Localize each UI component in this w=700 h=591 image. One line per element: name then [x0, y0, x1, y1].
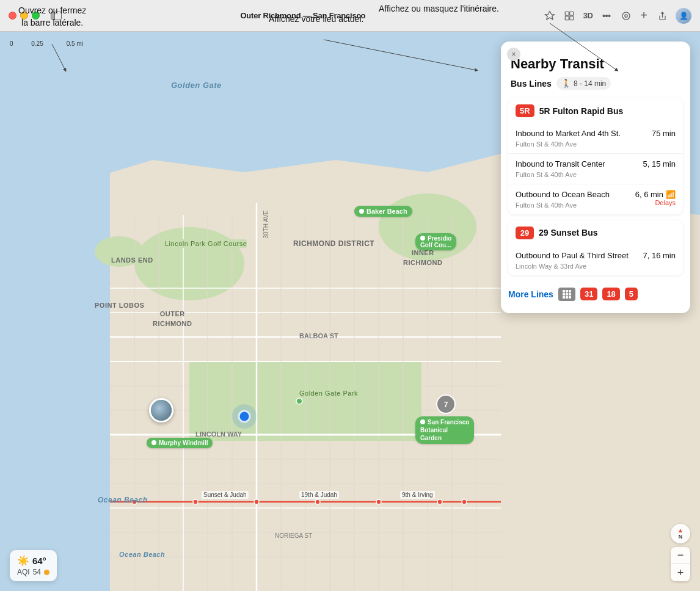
- svg-point-54: [254, 499, 259, 504]
- more-lines-label[interactable]: More Lines: [508, 289, 553, 299]
- stop-5r-2-time: 5, 15 min: [638, 159, 676, 169]
- route-5r-badge: 5R: [516, 104, 534, 117]
- maximize-button[interactable]: [32, 12, 40, 20]
- svg-rect-65: [566, 290, 568, 292]
- stop-5r-2-location: Fulton St & 40th Ave: [516, 171, 638, 178]
- svg-point-59: [239, 411, 250, 422]
- label-30th-ave: 30TH AVE: [263, 211, 269, 239]
- svg-point-61: [296, 398, 302, 404]
- label-lincoln-park: Lincoln Park Golf Course: [165, 239, 247, 248]
- svg-point-57: [437, 499, 442, 504]
- label-richmond-district: RICHMOND DISTRICT: [293, 239, 374, 248]
- route-5r-header: 5R 5R Fulton Rapid Bus: [508, 98, 683, 123]
- route-29-section[interactable]: 29 29 Sunset Bus Outbound to Paul & Thir…: [508, 220, 683, 275]
- svg-point-53: [193, 499, 198, 504]
- transit-panel: × Nearby Transit Bus Lines 🚶 8 - 14 min …: [501, 42, 690, 313]
- route-29-name: 29 Sunset Bus: [539, 228, 597, 237]
- aqi-dot: [44, 570, 49, 575]
- label-19th-judah: 19th & Judah: [299, 491, 339, 499]
- stop-29-1-info: Outbound to Paul & Third Street Lincoln …: [516, 251, 638, 270]
- minimize-button[interactable]: [20, 12, 28, 20]
- stop-5r-3-direction: Outbound to Ocean Beach: [516, 190, 635, 200]
- svg-point-11: [625, 14, 628, 17]
- close-button[interactable]: [9, 12, 16, 20]
- zoom-controls: − +: [671, 547, 690, 581]
- route-5r-name: 5R Fulton Rapid Bus: [539, 106, 624, 116]
- stop-5r-3-location: Fulton St & 40th Ave: [516, 201, 635, 209]
- label-balboa: BALBOA ST: [299, 332, 338, 339]
- sun-icon: ☀️: [17, 555, 29, 567]
- svg-rect-72: [569, 296, 571, 299]
- window-title: Outer Richmond — San Francisco: [68, 11, 538, 20]
- more-line-5[interactable]: 5: [625, 288, 638, 300]
- panel-header: Nearby Transit Bus Lines 🚶 8 - 14 min: [501, 46, 690, 98]
- sidebar-toggle[interactable]: [51, 12, 62, 20]
- svg-rect-15: [189, 361, 421, 441]
- avatar[interactable]: 👤: [676, 8, 691, 24]
- svg-point-7: [606, 15, 608, 16]
- stop-5r-3-time: 6, 6 min: [635, 190, 663, 199]
- titlebar-actions: 3D + 👤: [544, 8, 691, 24]
- svg-point-62: [437, 395, 455, 413]
- stop-29-1-location: Lincoln Way & 33rd Ave: [516, 263, 638, 270]
- delay-badge: Delays: [655, 199, 676, 206]
- stop-5r-1-info: Inbound to Market And 4th St. Fulton St …: [516, 129, 647, 148]
- zoom-out-button[interactable]: −: [671, 547, 690, 564]
- scale-label-0: 0: [10, 40, 28, 47]
- traffic-lights: [9, 12, 40, 20]
- stop-5r-3-time-area: 6, 6 min 📶 Delays: [635, 190, 676, 206]
- stop-29-1[interactable]: Outbound to Paul & Third Street Lincoln …: [508, 245, 683, 275]
- stop-5r-1-time: 75 min: [647, 129, 676, 138]
- stop-5r-1-direction: Inbound to Market And 4th St.: [516, 129, 647, 139]
- label-point-lobos: Point Lobos: [95, 302, 144, 309]
- poi-baker-beach[interactable]: Baker Beach: [354, 206, 412, 217]
- label-lincoln-way: LINCOLN WAY: [195, 430, 242, 438]
- stop-5r-1-location: Fulton St & 40th Ave: [516, 140, 647, 148]
- walk-time-badge: 🚶 8 - 14 min: [556, 77, 611, 90]
- share-button[interactable]: [656, 10, 667, 21]
- track-button[interactable]: [621, 10, 632, 21]
- north-label: N: [679, 534, 683, 540]
- photo-marker[interactable]: [149, 398, 173, 422]
- scale-bar: 0 0.25 0.5 mi: [10, 39, 83, 47]
- map-type-button[interactable]: [564, 10, 575, 21]
- svg-point-9: [603, 15, 605, 16]
- 3d-button[interactable]: 3D: [583, 11, 593, 20]
- more-line-31[interactable]: 31: [580, 288, 597, 300]
- more-lines-icon[interactable]: [558, 288, 575, 301]
- route-5r-section[interactable]: 5R 5R Fulton Rapid Bus Inbound to Market…: [508, 98, 683, 214]
- stop-5r-2[interactable]: Inbound to Transit Center Fulton St & 40…: [508, 154, 683, 184]
- poi-sf-botanical[interactable]: San FranciscoBotanicalGarden: [415, 416, 474, 444]
- poi-murphy-windmill[interactable]: Murphy Windmill: [147, 438, 213, 448]
- svg-rect-66: [569, 290, 571, 292]
- panel-subtitle-row: Bus Lines 🚶 8 - 14 min: [511, 77, 680, 90]
- panel-title: Nearby Transit: [511, 56, 680, 72]
- location-button[interactable]: [544, 10, 555, 21]
- panel-close-button[interactable]: ×: [507, 48, 520, 61]
- stop-5r-1[interactable]: Inbound to Market And 4th St. Fulton St …: [508, 123, 683, 154]
- map-container: 7 0 0.25 0.5 mi Golden Gate Lincoln Park…: [0, 32, 700, 591]
- add-button[interactable]: +: [640, 9, 647, 23]
- svg-rect-4: [569, 12, 573, 15]
- route-29-badge: 29: [516, 227, 534, 239]
- svg-rect-6: [569, 16, 573, 20]
- svg-point-55: [315, 499, 320, 504]
- svg-rect-69: [569, 293, 571, 296]
- stop-5r-3[interactable]: Outbound to Ocean Beach Fulton St & 40th…: [508, 184, 683, 214]
- weather-temp-display: ☀️ 64°: [17, 555, 49, 567]
- scale-label-025: 0.25: [28, 40, 46, 47]
- layers-button[interactable]: [601, 10, 612, 21]
- map-background[interactable]: 7 0 0.25 0.5 mi Golden Gate Lincoln Park…: [0, 32, 700, 591]
- more-line-18[interactable]: 18: [602, 288, 619, 300]
- label-golden-gate-park: Golden Gate Park: [299, 389, 358, 397]
- poi-presidio[interactable]: PresidioGolf Cou...: [415, 233, 456, 250]
- svg-rect-67: [563, 293, 565, 296]
- label-lands-end: Lands End: [111, 256, 153, 264]
- walk-icon: 🚶: [561, 79, 571, 88]
- svg-point-56: [376, 499, 381, 504]
- svg-rect-3: [565, 12, 569, 15]
- label-noriega: NORIEGA ST: [275, 532, 312, 539]
- zoom-in-button[interactable]: +: [671, 564, 690, 581]
- north-indicator[interactable]: ▲ N: [671, 524, 690, 543]
- label-golden-gate: Golden Gate: [171, 81, 222, 90]
